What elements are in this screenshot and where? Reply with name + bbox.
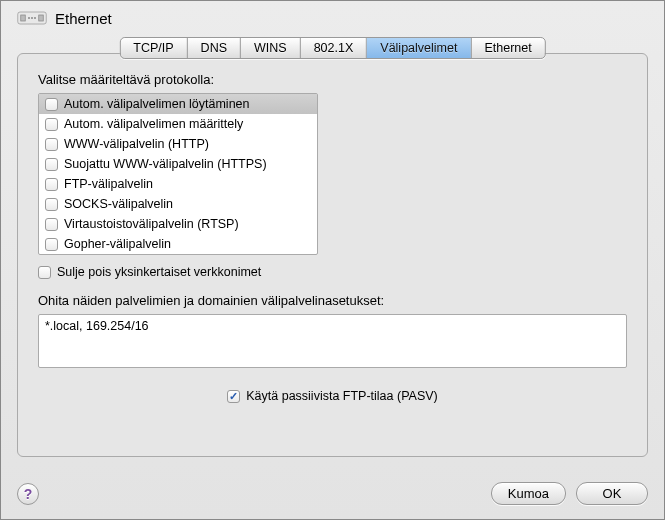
ok-button[interactable]: OK (576, 482, 648, 505)
tab-802-1x[interactable]: 802.1X (301, 38, 368, 58)
checkbox-icon (45, 118, 58, 131)
panel: Valitse määriteltävä protokolla: Autom. … (17, 53, 648, 457)
checkbox-icon (45, 98, 58, 111)
pasv-row[interactable]: Käytä passiivista FTP-tilaa (PASV) (38, 389, 627, 403)
footer: ? Kumoa OK (17, 482, 648, 505)
list-item-label: Autom. välipalvelimen löytäminen (64, 97, 250, 111)
cancel-button[interactable]: Kumoa (491, 482, 566, 505)
list-item[interactable]: WWW-välipalvelin (HTTP) (39, 134, 317, 154)
list-item[interactable]: Autom. välipalvelimen määrittely (39, 114, 317, 134)
tabbar: TCP/IPDNSWINS802.1XVälipalvelimetEtherne… (119, 37, 545, 59)
checkbox-icon (45, 238, 58, 251)
pasv-label: Käytä passiivista FTP-tilaa (PASV) (246, 389, 438, 403)
list-item[interactable]: Suojattu WWW-välipalvelin (HTTPS) (39, 154, 317, 174)
checkbox-icon (45, 218, 58, 231)
svg-point-5 (34, 17, 36, 19)
protocol-prompt: Valitse määriteltävä protokolla: (38, 72, 627, 87)
list-item-label: Autom. välipalvelimen määrittely (64, 117, 243, 131)
bypass-label: Ohita näiden palvelimien ja domainien vä… (38, 293, 627, 308)
tab-dns[interactable]: DNS (188, 38, 241, 58)
list-item-label: Suojattu WWW-välipalvelin (HTTPS) (64, 157, 267, 171)
tab-ethernet[interactable]: Ethernet (471, 38, 544, 58)
tab-v-lipalvelimet[interactable]: Välipalvelimet (367, 38, 471, 58)
checkbox-icon (45, 198, 58, 211)
checkbox-icon (38, 266, 51, 279)
page-title: Ethernet (55, 10, 112, 27)
help-button[interactable]: ? (17, 483, 39, 505)
checkbox-icon (45, 158, 58, 171)
svg-rect-1 (21, 15, 26, 21)
list-item-label: Virtaustoistovälipalvelin (RTSP) (64, 217, 239, 231)
window: Ethernet TCP/IPDNSWINS802.1XVälipalvelim… (0, 0, 665, 520)
ethernet-icon (17, 9, 47, 27)
bypass-textarea[interactable] (38, 314, 627, 368)
list-item[interactable]: SOCKS-välipalvelin (39, 194, 317, 214)
list-item-label: SOCKS-välipalvelin (64, 197, 173, 211)
list-item-label: FTP-välipalvelin (64, 177, 153, 191)
exclude-simple-label: Sulje pois yksinkertaiset verkkonimet (57, 265, 261, 279)
svg-rect-2 (39, 15, 44, 21)
checkbox-icon (45, 138, 58, 151)
list-item[interactable]: FTP-välipalvelin (39, 174, 317, 194)
list-item[interactable]: Virtaustoistovälipalvelin (RTSP) (39, 214, 317, 234)
tab-wins[interactable]: WINS (241, 38, 301, 58)
svg-point-3 (28, 17, 30, 19)
list-item-label: WWW-välipalvelin (HTTP) (64, 137, 209, 151)
list-item-label: Gopher-välipalvelin (64, 237, 171, 251)
protocol-list[interactable]: Autom. välipalvelimen löytäminenAutom. v… (38, 93, 318, 255)
list-item[interactable]: Autom. välipalvelimen löytäminen (39, 94, 317, 114)
svg-point-4 (31, 17, 33, 19)
header: Ethernet (1, 1, 664, 31)
list-item[interactable]: Gopher-välipalvelin (39, 234, 317, 254)
exclude-simple-hostnames[interactable]: Sulje pois yksinkertaiset verkkonimet (38, 265, 627, 279)
checkbox-icon (45, 178, 58, 191)
tab-tcp-ip[interactable]: TCP/IP (120, 38, 187, 58)
checkbox-icon (227, 390, 240, 403)
